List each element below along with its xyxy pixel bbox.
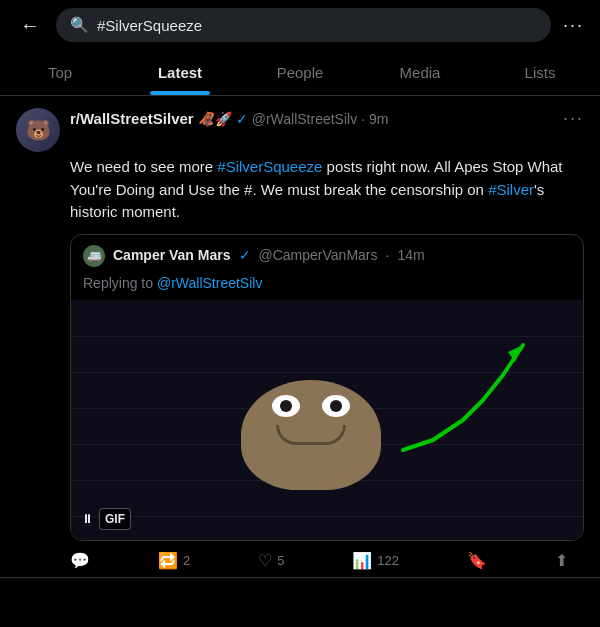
gif-visual	[71, 300, 583, 540]
share-icon: ⬆	[555, 551, 568, 570]
hashtag-silver[interactable]: #Silver	[488, 181, 534, 198]
quoted-username: Camper Van Mars	[113, 245, 231, 266]
tweet-header: 🐻 r/WallStreetSilver 🦧🚀 ✓ @rWallStreetSi…	[16, 108, 584, 152]
retweet-count: 2	[183, 553, 190, 568]
tab-top[interactable]: Top	[0, 50, 120, 95]
tweet-time: 9m	[369, 111, 388, 127]
back-button[interactable]: ←	[16, 10, 44, 41]
tweet-card: 🐻 r/WallStreetSilver 🦧🚀 ✓ @rWallStreetSi…	[0, 96, 600, 587]
views-icon: 📊	[352, 551, 372, 570]
share-button[interactable]: ⬆	[555, 551, 568, 570]
views-count: 122	[377, 553, 399, 568]
gif-label-overlay: ⏸ GIF	[81, 508, 131, 530]
tweet-text-before: We need to see more	[70, 158, 217, 175]
tweet-actions: 💬 🔁 2 ♡ 5 📊 122 🔖 ⬆	[16, 541, 584, 574]
quoted-time: 14m	[397, 245, 424, 266]
bottom-bar	[0, 577, 600, 627]
retweet-icon: 🔁	[158, 551, 178, 570]
like-icon: ♡	[258, 551, 272, 570]
pause-icon[interactable]: ⏸	[81, 510, 93, 528]
frog-eye-left	[272, 395, 300, 417]
frog-eyes	[241, 380, 381, 417]
tab-latest[interactable]: Latest	[120, 50, 240, 95]
frog-mouth	[276, 425, 346, 445]
quoted-verified-icon: ✓	[239, 245, 251, 266]
avatar-image: 🐻	[16, 108, 60, 152]
tweet-body: We need to see more #SilverSqueeze posts…	[16, 156, 584, 541]
separator-dot: ·	[361, 111, 365, 127]
chart-arrow	[393, 320, 553, 460]
header: ← 🔍 #SilverSqueeze ···	[0, 0, 600, 50]
bookmark-icon: 🔖	[467, 551, 487, 570]
tab-media[interactable]: Media	[360, 50, 480, 95]
quoted-avatar: 🚐	[83, 245, 105, 267]
quoted-reply-handle[interactable]: @rWallStreetSilv	[157, 275, 263, 291]
quoted-dot: ·	[386, 245, 390, 266]
svg-marker-0	[508, 345, 523, 362]
tweet-more-button[interactable]: ···	[563, 108, 584, 129]
tab-people[interactable]: People	[240, 50, 360, 95]
frog-head	[241, 380, 381, 490]
search-bar[interactable]: 🔍 #SilverSqueeze	[56, 8, 551, 42]
nav-tabs: Top Latest People Media Lists	[0, 50, 600, 96]
quoted-tweet[interactable]: 🚐 Camper Van Mars ✓ @CamperVanMars · 14m…	[70, 234, 584, 541]
tab-lists[interactable]: Lists	[480, 50, 600, 95]
verified-icon: ✓	[236, 111, 248, 127]
user-badges: 🦧🚀	[198, 111, 232, 127]
bookmark-button[interactable]: 🔖	[467, 551, 487, 570]
frog-pupil-left	[280, 400, 292, 412]
frog-eye-right	[322, 395, 350, 417]
quoted-tweet-header: 🚐 Camper Van Mars ✓ @CamperVanMars · 14m	[71, 235, 583, 273]
search-icon: 🔍	[70, 16, 89, 34]
frog-character	[231, 380, 391, 520]
gif-badge: GIF	[99, 508, 131, 530]
retweet-button[interactable]: 🔁 2	[158, 551, 190, 570]
username: r/WallStreetSilver	[70, 110, 194, 127]
views-button[interactable]: 📊 122	[352, 551, 399, 570]
hashtag-silversqueeze[interactable]: #SilverSqueeze	[217, 158, 322, 175]
quoted-handle: @CamperVanMars	[259, 245, 378, 266]
reply-icon: 💬	[70, 551, 90, 570]
like-button[interactable]: ♡ 5	[258, 551, 284, 570]
frog-pupil-right	[330, 400, 342, 412]
like-count: 5	[277, 553, 284, 568]
tweet-meta: r/WallStreetSilver 🦧🚀 ✓ @rWallStreetSilv…	[70, 108, 584, 129]
gif-container[interactable]: ⏸ GIF	[71, 300, 583, 540]
more-options-button[interactable]: ···	[563, 15, 584, 36]
quoted-reply-to: Replying to @rWallStreetSilv	[71, 273, 583, 300]
reply-button[interactable]: 💬	[70, 551, 90, 570]
search-query: #SilverSqueeze	[97, 17, 202, 34]
tweet-user-info: r/WallStreetSilver 🦧🚀 ✓ @rWallStreetSilv…	[70, 110, 389, 127]
avatar: 🐻	[16, 108, 60, 152]
user-handle: @rWallStreetSilv	[252, 111, 358, 127]
